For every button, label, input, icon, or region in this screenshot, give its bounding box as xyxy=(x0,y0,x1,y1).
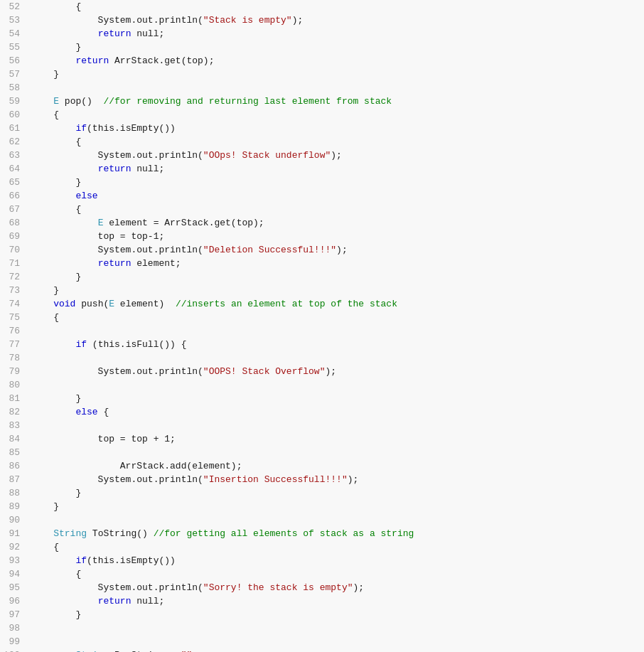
line-number: 68 xyxy=(0,216,28,230)
line-content xyxy=(28,324,644,338)
line-number: 100 xyxy=(0,648,28,652)
line-number: 87 xyxy=(0,473,28,486)
line-number: 67 xyxy=(0,203,28,216)
line-number: 98 xyxy=(0,621,28,635)
line-content xyxy=(28,419,644,432)
table-row: 61 if(this.isEmpty()) xyxy=(0,122,644,135)
line-content xyxy=(28,513,644,527)
line-number: 93 xyxy=(0,554,28,567)
table-row: 84 top = top + 1; xyxy=(0,432,644,446)
table-row: 70 System.out.println("Deletion Successf… xyxy=(0,243,644,257)
table-row: 62 { xyxy=(0,135,644,149)
line-number: 83 xyxy=(0,419,28,432)
table-row: 64 return null; xyxy=(0,162,644,176)
table-row: 53 System.out.println("Stack is empty"); xyxy=(0,14,644,27)
line-content: System.out.println("Stack is empty"); xyxy=(28,14,644,27)
line-number: 70 xyxy=(0,243,28,257)
line-number: 96 xyxy=(0,594,28,608)
line-content: return element; xyxy=(28,257,644,270)
table-row: 78 xyxy=(0,351,644,365)
line-content xyxy=(28,378,644,392)
line-number: 62 xyxy=(0,135,28,149)
table-row: 77 if (this.isFull()) { xyxy=(0,338,644,351)
table-row: 72 } xyxy=(0,270,644,284)
code-editor: 52 {53 System.out.println("Stack is empt… xyxy=(0,0,644,652)
line-number: 73 xyxy=(0,284,28,297)
line-number: 58 xyxy=(0,81,28,95)
table-row: 73 } xyxy=(0,284,644,297)
table-row: 91 String ToString() //for getting all e… xyxy=(0,527,644,540)
table-row: 66 else xyxy=(0,189,644,203)
line-content xyxy=(28,81,644,95)
line-number: 54 xyxy=(0,27,28,41)
table-row: 83 xyxy=(0,419,644,432)
line-content: String ToString() //for getting all elem… xyxy=(28,527,644,540)
line-number: 74 xyxy=(0,297,28,311)
line-content xyxy=(28,446,644,459)
line-content: else xyxy=(28,189,644,203)
line-content: } xyxy=(28,41,644,54)
table-row: 54 return null; xyxy=(0,27,644,41)
table-row: 90 xyxy=(0,513,644,527)
line-content: System.out.println("OOPS! Stack Overflow… xyxy=(28,365,644,378)
line-content: System.out.println("Insertion Successful… xyxy=(28,473,644,486)
line-content: { xyxy=(28,0,644,14)
table-row: 71 return element; xyxy=(0,257,644,270)
line-number: 88 xyxy=(0,486,28,500)
table-row: 56 return ArrStack.get(top); xyxy=(0,54,644,68)
line-number: 69 xyxy=(0,230,28,243)
line-number: 82 xyxy=(0,405,28,419)
line-content: if(this.isEmpty()) xyxy=(28,554,644,567)
table-row: 63 System.out.println("OOps! Stack under… xyxy=(0,149,644,162)
line-number: 52 xyxy=(0,0,28,14)
line-content: System.out.println("OOps! Stack underflo… xyxy=(28,149,644,162)
table-row: 60 { xyxy=(0,108,644,122)
line-content xyxy=(28,351,644,365)
line-number: 94 xyxy=(0,567,28,581)
line-number: 71 xyxy=(0,257,28,270)
line-number: 77 xyxy=(0,338,28,351)
line-number: 57 xyxy=(0,68,28,81)
table-row: 80 xyxy=(0,378,644,392)
line-content: return ArrStack.get(top); xyxy=(28,54,644,68)
line-content: } xyxy=(28,608,644,621)
table-row: 58 xyxy=(0,81,644,95)
line-number: 95 xyxy=(0,581,28,594)
line-number: 64 xyxy=(0,162,28,176)
line-number: 59 xyxy=(0,95,28,108)
line-content: } xyxy=(28,68,644,81)
line-content: } xyxy=(28,176,644,189)
table-row: 87 System.out.println("Insertion Success… xyxy=(0,473,644,486)
table-row: 57 } xyxy=(0,68,644,81)
line-number: 55 xyxy=(0,41,28,54)
table-row: 82 else { xyxy=(0,405,644,419)
line-content: { xyxy=(28,311,644,324)
line-content: if (this.isFull()) { xyxy=(28,338,644,351)
table-row: 88 } xyxy=(0,486,644,500)
line-content: E element = ArrStack.get(top); xyxy=(28,216,644,230)
line-number: 89 xyxy=(0,500,28,513)
line-number: 99 xyxy=(0,635,28,648)
line-number: 53 xyxy=(0,14,28,27)
line-content: return null; xyxy=(28,27,644,41)
line-number: 92 xyxy=(0,540,28,554)
table-row: 89 } xyxy=(0,500,644,513)
line-number: 75 xyxy=(0,311,28,324)
line-content: System.out.println("Deletion Successful!… xyxy=(28,243,644,257)
line-content: } xyxy=(28,270,644,284)
table-row: 94 { xyxy=(0,567,644,581)
table-row: 79 System.out.println("OOPS! Stack Overf… xyxy=(0,365,644,378)
line-content: top = top + 1; xyxy=(28,432,644,446)
table-row: 86 ArrStack.add(element); xyxy=(0,459,644,473)
table-row: 93 if(this.isEmpty()) xyxy=(0,554,644,567)
line-content: { xyxy=(28,108,644,122)
line-number: 65 xyxy=(0,176,28,189)
table-row: 100 String ResString = ""; xyxy=(0,648,644,652)
table-row: 75 { xyxy=(0,311,644,324)
line-content: { xyxy=(28,540,644,554)
table-row: 96 return null; xyxy=(0,594,644,608)
line-content: } xyxy=(28,284,644,297)
line-number: 60 xyxy=(0,108,28,122)
line-number: 91 xyxy=(0,527,28,540)
line-content: ArrStack.add(element); xyxy=(28,459,644,473)
